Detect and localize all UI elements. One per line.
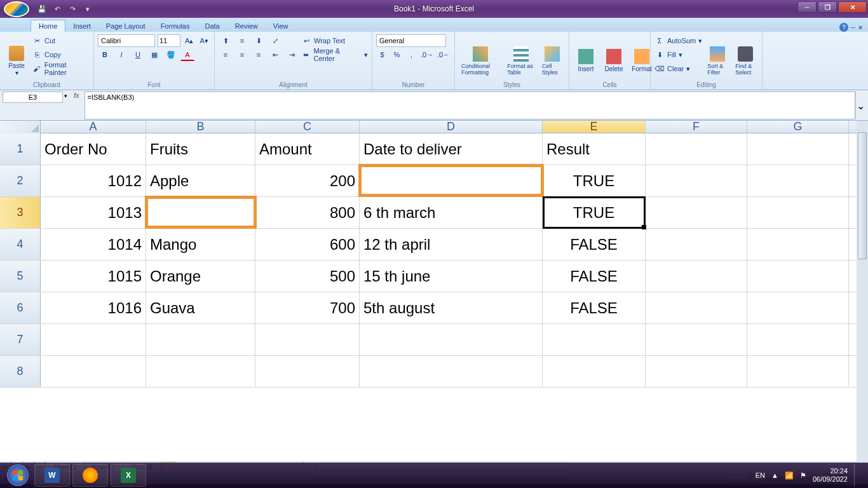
cell-c1[interactable]: Amount [255,133,360,165]
name-box[interactable] [3,92,63,103]
format-painter-button[interactable]: 🖌Format Painter [32,62,90,75]
cell-f5[interactable] [646,261,747,292]
bold-button[interactable]: B [98,48,112,61]
decrease-decimal-icon[interactable]: .0← [437,48,451,61]
cell-c4[interactable]: 600 [255,229,360,260]
delete-cells-button[interactable]: Delete [601,33,627,88]
formula-input[interactable]: =ISBLANK(B3) [85,92,855,119]
cell-e5[interactable]: FALSE [543,261,646,292]
align-middle-icon[interactable]: ≡ [235,34,249,47]
cell-g3[interactable] [747,197,849,228]
cell-a5[interactable]: 1015 [41,261,146,292]
fill-button[interactable]: ⬇Fill▾ [654,48,702,61]
cell-c8[interactable] [255,356,360,387]
col-header-b[interactable]: B [146,121,255,133]
cell-a4[interactable]: 1014 [41,229,146,260]
expand-formula-bar-icon[interactable]: ⌄ [855,92,865,119]
find-select-button[interactable]: Find & Select [733,33,758,88]
row-header-1[interactable]: 1 [0,133,41,165]
restore-button[interactable]: ❐ [818,1,837,13]
namebox-dropdown-icon[interactable]: ▾ [63,92,69,100]
cell-c2[interactable]: 200 [255,165,360,196]
comma-icon[interactable]: , [405,48,417,61]
cell-e8[interactable] [543,356,646,387]
cell-c7[interactable] [255,324,360,355]
close-button[interactable]: ✕ [838,1,867,13]
col-header-a[interactable]: A [41,121,146,133]
flag-icon[interactable]: ⚑ [800,471,806,480]
cell-b4[interactable]: Mango [146,229,255,260]
row-header-3[interactable]: 3 [0,197,41,228]
cell-e6[interactable]: FALSE [543,292,646,323]
increase-indent-icon[interactable]: ⇥ [285,48,299,61]
row-header-2[interactable]: 2 [0,165,41,196]
tab-review[interactable]: Review [227,20,266,32]
fill-color-icon[interactable]: 🪣 [164,48,178,61]
tray-chevron-icon[interactable]: ▲ [771,471,778,479]
cell-d8[interactable] [360,356,543,387]
cell-e7[interactable] [543,324,646,355]
cell-d7[interactable] [360,324,543,355]
cell-b5[interactable]: Orange [146,261,255,292]
cell-d5[interactable]: 15 th june [360,261,543,292]
office-button[interactable] [4,1,29,17]
cell-f7[interactable] [646,324,747,355]
align-right-icon[interactable]: ≡ [252,48,266,61]
italic-button[interactable]: I [114,48,128,61]
cell-d2[interactable] [360,165,543,196]
increase-decimal-icon[interactable]: .0→ [420,48,434,61]
tray-clock[interactable]: 20:24 06/09/2022 [813,467,848,484]
font-name-input[interactable] [98,34,155,47]
network-icon[interactable]: 📶 [785,471,794,480]
col-header-e[interactable]: E [543,121,646,133]
cell-d1[interactable]: Date to deliver [360,133,543,165]
cell-c3[interactable]: 800 [255,197,360,228]
decrease-font-icon[interactable]: A▾ [198,34,211,47]
clear-button[interactable]: ⌫Clear▾ [654,62,702,75]
scrollbar-thumb[interactable] [858,132,867,259]
show-desktop-button[interactable] [854,464,860,487]
col-header-f[interactable]: F [646,121,747,133]
cell-a1[interactable]: Order No [41,133,146,165]
cell-a7[interactable] [41,324,146,355]
align-top-icon[interactable]: ⬆ [219,34,233,47]
cell-g7[interactable] [747,324,849,355]
font-color-icon[interactable]: A [180,48,194,61]
cell-d3[interactable]: 6 th march [360,197,543,228]
decrease-indent-icon[interactable]: ⇤ [268,48,282,61]
cell-g2[interactable] [747,165,849,196]
minimize-ribbon-icon[interactable]: ─ [851,24,855,31]
row-header-5[interactable]: 5 [0,261,41,292]
cut-button[interactable]: ✂Cut [32,34,90,47]
cell-e1[interactable]: Result [543,133,646,165]
cell-e4[interactable]: FALSE [543,229,646,260]
cell-f6[interactable] [646,292,747,323]
cell-d4[interactable]: 12 th april [360,229,543,260]
tab-view[interactable]: View [266,20,296,32]
col-header-d[interactable]: D [360,121,543,133]
help-icon[interactable]: ? [839,23,848,32]
select-all-corner[interactable] [0,121,41,133]
format-as-table-button[interactable]: Format as Table [505,33,537,88]
redo-icon[interactable]: ↷ [66,3,79,15]
border-icon[interactable]: ▦ [147,48,161,61]
language-indicator[interactable]: EN [756,471,765,479]
sort-filter-button[interactable]: Sort & Filter [705,33,730,88]
close-workbook-icon[interactable]: ✕ [858,24,863,31]
cell-c5[interactable]: 500 [255,261,360,292]
cell-a6[interactable]: 1016 [41,292,146,323]
cell-e2[interactable]: TRUE [543,165,646,196]
tab-page-layout[interactable]: Page Layout [98,20,153,32]
conditional-formatting-button[interactable]: Conditional Formatting [459,33,502,88]
wrap-text-button[interactable]: ↩Wrap Text [301,34,368,47]
cell-b2[interactable]: Apple [146,165,255,196]
cell-c6[interactable]: 700 [255,292,360,323]
cell-g4[interactable] [747,229,849,260]
copy-button[interactable]: ⎘Copy [32,48,90,61]
col-header-c[interactable]: C [255,121,360,133]
cell-b6[interactable]: Guava [146,292,255,323]
row-header-6[interactable]: 6 [0,292,41,323]
orientation-icon[interactable]: ⤢ [268,34,282,47]
tab-data[interactable]: Data [197,20,227,32]
currency-icon[interactable]: $ [376,48,388,61]
